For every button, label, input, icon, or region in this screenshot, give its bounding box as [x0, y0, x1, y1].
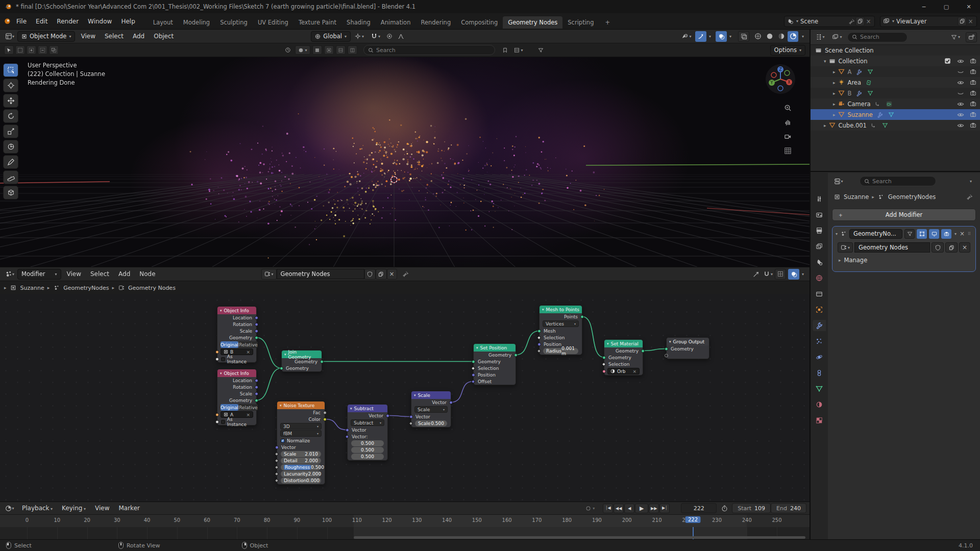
editor-type-properties-icon[interactable]: ▾: [832, 176, 845, 186]
node-tree-icon[interactable]: ▾: [261, 269, 277, 280]
editor-type-nodes-icon[interactable]: ▾: [3, 269, 16, 280]
node-menu-view[interactable]: View: [62, 268, 86, 280]
node-header[interactable]: ▾Subtract: [348, 405, 387, 412]
proportional-editing-icon[interactable]: [384, 31, 395, 42]
add-workspace-button[interactable]: +: [600, 16, 615, 29]
outliner-row-a[interactable]: ▸A: [811, 66, 980, 77]
copy-icon[interactable]: [958, 17, 967, 26]
outliner-row-cube-001[interactable]: ▸Cube.001: [811, 120, 980, 131]
node-socket[interactable]: [275, 465, 279, 469]
camera-toggle-icon[interactable]: [969, 100, 977, 108]
node-group-output[interactable]: ▾Group OutputGeometry: [666, 337, 709, 359]
snap-option-2-icon[interactable]: [324, 45, 334, 55]
outliner-search-input[interactable]: Search: [847, 32, 908, 42]
eye-toggle-icon[interactable]: [957, 57, 964, 65]
show-gizmo-toggle[interactable]: [695, 31, 706, 42]
tool-select-box-button[interactable]: [3, 63, 18, 77]
node-checkbox-as-instance[interactable]: As Instance: [217, 418, 256, 425]
collapse-chevron-icon[interactable]: ▾: [350, 407, 352, 411]
breadcrumb-modifier[interactable]: GeometryNodes: [63, 285, 109, 291]
frame-end-field[interactable]: End240: [771, 503, 806, 513]
relative-button[interactable]: Relative: [239, 341, 257, 348]
expand-chevron-icon[interactable]: ▸: [833, 91, 836, 96]
outliner-row-area[interactable]: ▸Area: [811, 77, 980, 88]
node-socket[interactable]: [602, 369, 606, 373]
node-socket[interactable]: [471, 366, 475, 370]
node-group-name-field[interactable]: Geometry Nodes: [854, 242, 930, 253]
node-socket-geometry_out[interactable]: [255, 336, 258, 339]
node-noise-texture[interactable]: ▾Noise TextureFacColor3D▾fBM▾✓NormalizeV…: [277, 401, 325, 485]
node-number-field-detail[interactable]: Detail2.000: [281, 458, 321, 464]
tool-annotate-button[interactable]: [3, 155, 18, 169]
expand-chevron-icon[interactable]: ▸: [833, 80, 836, 85]
view-layer-selector[interactable]: ▾ ViewLayer ×: [880, 16, 977, 27]
node-header[interactable]: ▾Object Info: [217, 307, 256, 314]
node-socket[interactable]: [472, 373, 475, 377]
node-dropdown[interactable]: Vertices▾: [543, 320, 579, 327]
node-header[interactable]: ▾Scale: [411, 391, 451, 399]
outliner-row-camera[interactable]: ▸Camera: [811, 98, 980, 109]
node-socket[interactable]: [537, 349, 541, 353]
camera-toggle-icon[interactable]: [969, 89, 977, 97]
checkbox[interactable]: [221, 420, 225, 424]
node-socket[interactable]: [665, 354, 668, 357]
node-socket[interactable]: [255, 316, 258, 319]
node-id-field[interactable]: Orb×: [607, 368, 640, 374]
node-checkbox-as-instance[interactable]: As Instance: [217, 356, 256, 362]
maximize-button[interactable]: ▢: [935, 0, 958, 13]
node-socket[interactable]: [215, 420, 219, 423]
bookmark-icon[interactable]: [500, 45, 509, 55]
shading-solid-button[interactable]: [764, 31, 775, 42]
shading-dropdown[interactable]: ▾: [799, 31, 806, 42]
node-dropdown[interactable]: Subtract▾: [351, 419, 384, 426]
editor-type-outliner-icon[interactable]: ▾: [814, 32, 827, 42]
node-socket[interactable]: [275, 459, 279, 463]
properties-tab-modifiers[interactable]: [813, 320, 826, 331]
clear-id-icon[interactable]: ×: [632, 369, 636, 374]
tweak-mode-icon[interactable]: [4, 45, 14, 55]
tool-scale-button[interactable]: [3, 124, 18, 138]
snap-option-4-icon[interactable]: [348, 45, 357, 55]
proportional-falloff-icon[interactable]: [396, 31, 406, 42]
expand-chevron-icon[interactable]: ▾: [824, 59, 826, 64]
ne-overlays-dropdown[interactable]: ▾: [799, 269, 806, 280]
timeline-strip[interactable]: [0, 527, 810, 540]
auto-keying-toggle[interactable]: ▾: [582, 504, 598, 513]
tool-move-button[interactable]: [3, 94, 18, 108]
breadcrumb-object[interactable]: Suzanne: [844, 193, 869, 201]
properties-tab-view-layer[interactable]: [813, 241, 826, 252]
node-scale[interactable]: ▾ScaleVectorScale▾VectorScale0.500: [411, 391, 451, 428]
node-header[interactable]: ▾Mesh to Points: [540, 306, 582, 313]
properties-tab-tool[interactable]: [813, 193, 826, 205]
node-mesh-to-points[interactable]: ▾Mesh to PointsPointsVertices▾MeshSelect…: [539, 305, 582, 355]
overlays-dropdown[interactable]: ▾: [727, 31, 734, 42]
modifier-render-toggle[interactable]: [941, 229, 951, 239]
shading-material-button[interactable]: [776, 31, 787, 42]
node-socket[interactable]: [275, 445, 279, 449]
eye-toggle-icon[interactable]: [957, 111, 964, 118]
snap-option-3-icon[interactable]: [336, 45, 346, 55]
unlink-node-group-icon[interactable]: ×: [387, 269, 397, 280]
fake-user-shield-icon[interactable]: [364, 269, 376, 280]
workspace-tab-texture-paint[interactable]: Texture Paint: [293, 16, 341, 29]
expand-chevron-icon[interactable]: ▸: [833, 102, 836, 107]
eye-toggle-icon[interactable]: [957, 100, 964, 108]
node-canvas[interactable]: ▾Object InfoLocationRotationScaleGeometr…: [0, 294, 810, 502]
new-collection-button[interactable]: [966, 32, 977, 42]
collapse-chevron-icon[interactable]: ▾: [607, 342, 609, 346]
camera-toggle-icon[interactable]: [969, 57, 977, 65]
workspace-tab-geometry-nodes[interactable]: Geometry Nodes: [503, 16, 562, 29]
checkbox[interactable]: ✓: [281, 439, 285, 443]
filter-icon[interactable]: [536, 45, 545, 55]
node-socket-geometry_in[interactable]: [472, 360, 475, 363]
eyeclosed-toggle-icon[interactable]: [957, 68, 964, 76]
modifier-remove-button[interactable]: ×: [960, 230, 965, 237]
modifier-drag-handle[interactable]: ⠿: [968, 232, 971, 236]
properties-tab-scene[interactable]: [813, 257, 826, 268]
breadcrumb-node-group[interactable]: Geometry Nodes: [128, 285, 176, 291]
viewport-menu-select[interactable]: Select: [100, 31, 128, 42]
viewport-menu-object[interactable]: Object: [149, 31, 178, 42]
node-number-field-scale[interactable]: Scale0.500: [415, 420, 447, 427]
menu-window[interactable]: Window: [83, 16, 116, 27]
properties-tab-constraints[interactable]: [813, 367, 826, 379]
